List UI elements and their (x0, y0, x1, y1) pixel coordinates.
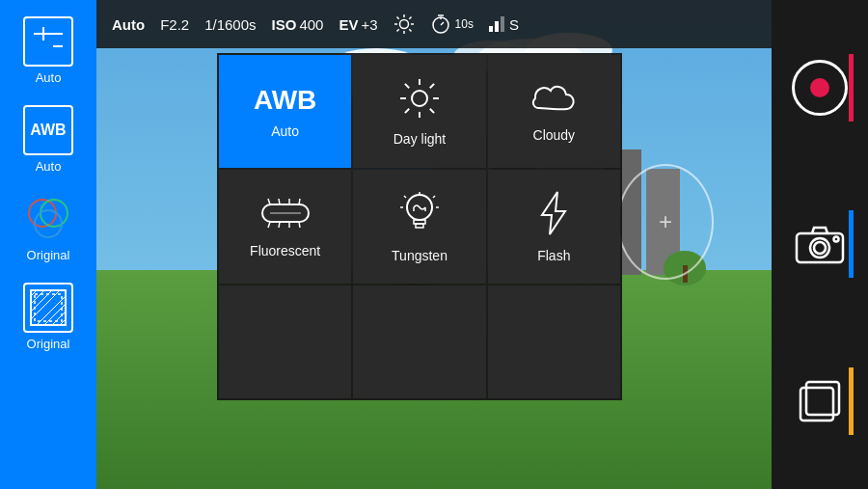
wb-fluorescent-icon (260, 195, 311, 235)
top-bar: Auto F2.2 1/1600s ISO 400 EV +3 (96, 0, 772, 48)
svg-point-62 (412, 91, 427, 106)
ev-value: +3 (361, 16, 377, 33)
gallery-button[interactable] (786, 367, 854, 435)
svg-line-69 (430, 84, 434, 88)
sidebar-item-original-filter-label: Original (27, 337, 70, 351)
capture-button[interactable] (786, 210, 854, 278)
ev-indicator: EV +3 (339, 16, 377, 33)
wb-cell-empty1 (219, 285, 351, 398)
wb-cloudy-label: Cloudy (533, 127, 576, 143)
wb-cell-daylight[interactable]: Day light (353, 55, 485, 168)
svg-rect-85 (416, 224, 423, 228)
camera-icon (795, 224, 845, 264)
wb-cell-empty3 (488, 285, 620, 398)
gallery-icon (795, 376, 845, 426)
focus-ring (617, 164, 714, 280)
svg-point-93 (814, 242, 826, 254)
svg-point-94 (834, 237, 839, 242)
sidebar-item-awb-label: Auto (36, 159, 62, 174)
svg-rect-53 (35, 294, 62, 321)
iso-value: 400 (299, 16, 323, 33)
quality-indicator: S (489, 16, 519, 33)
right-sidebar (772, 0, 868, 489)
sidebar-item-awb[interactable]: AWB Auto (6, 96, 91, 181)
mode-indicator: Auto (112, 16, 145, 33)
svg-rect-45 (501, 16, 504, 32)
sidebar-item-auto-label: Auto (36, 70, 62, 85)
sidebar-item-original-filter[interactable]: Original (6, 274, 91, 359)
wb-cell-cloudy[interactable]: Cloudy (488, 55, 620, 168)
ev-label: EV (339, 16, 358, 33)
svg-line-67 (405, 84, 409, 88)
sidebar-item-original-color[interactable]: Original (6, 185, 91, 270)
wb-daylight-label: Day light (393, 131, 446, 147)
wb-tungsten-label: Tungsten (392, 248, 448, 263)
svg-point-49 (29, 200, 56, 227)
svg-line-80 (299, 222, 300, 228)
svg-line-60 (52, 312, 66, 325)
svg-line-73 (268, 199, 270, 204)
shutter-value: 1/1600s (204, 16, 256, 33)
wb-grid: AWB Auto Day light Cloudy (217, 53, 622, 400)
svg-rect-44 (495, 21, 499, 32)
wb-fluorescent-label: Fluorescent (250, 243, 320, 258)
svg-line-74 (279, 199, 280, 204)
wb-cell-tungsten[interactable]: Tungsten (353, 170, 485, 283)
svg-rect-43 (489, 26, 493, 32)
svg-point-50 (41, 200, 68, 227)
record-dot (810, 78, 829, 97)
quality-value: S (509, 16, 519, 33)
wb-tungsten-icon (398, 190, 441, 240)
sidebar-item-original-color-label: Original (27, 248, 70, 262)
svg-line-39 (396, 29, 398, 31)
shutter-indicator: 1/1600s (204, 16, 256, 33)
sidebar-item-auto-exposure[interactable]: Auto (6, 8, 91, 93)
iso-label: ISO (272, 16, 297, 33)
svg-line-55 (31, 290, 44, 304)
wb-cell-empty2 (353, 285, 485, 398)
wb-flash-label: Flash (537, 248, 570, 263)
wb-flash-icon (534, 190, 573, 240)
svg-line-70 (405, 108, 409, 112)
wb-cell-flash[interactable]: Flash (488, 170, 620, 283)
svg-line-76 (299, 199, 300, 204)
sun-icon-topbar (393, 14, 415, 35)
wb-awb-icon: AWB (254, 85, 316, 116)
svg-line-38 (409, 17, 411, 19)
iso-indicator: ISO 400 (272, 16, 324, 33)
wb-auto-label: Auto (271, 123, 299, 139)
svg-line-36 (396, 17, 398, 19)
auto-exposure-icon (23, 16, 73, 67)
svg-line-88 (404, 196, 406, 198)
wb-daylight-icon (398, 77, 441, 123)
accent-red-bar (849, 54, 854, 122)
svg-line-87 (433, 196, 435, 198)
wb-cell-auto[interactable]: AWB Auto (219, 55, 351, 168)
svg-point-51 (35, 210, 62, 237)
svg-point-31 (399, 20, 408, 29)
record-circle (792, 60, 848, 116)
timer-value: 10s (455, 17, 474, 31)
aperture-indicator: F2.2 (160, 16, 189, 33)
svg-line-68 (430, 108, 434, 112)
aperture-value: F2.2 (160, 16, 189, 33)
left-sidebar: Auto AWB Auto Original (0, 0, 96, 489)
svg-line-37 (409, 29, 411, 31)
timer-icon: 10s (430, 14, 474, 35)
svg-line-78 (279, 222, 280, 228)
original-filter-icon (23, 283, 73, 333)
record-button[interactable] (786, 54, 854, 122)
svg-rect-52 (31, 290, 66, 325)
original-color-icon (23, 194, 73, 244)
mode-value: Auto (112, 16, 145, 33)
svg-line-77 (268, 222, 270, 228)
wb-cloudy-icon (529, 81, 578, 120)
svg-line-42 (441, 22, 444, 25)
awb-icon: AWB (23, 105, 73, 155)
wb-cell-fluorescent[interactable]: Fluorescent (219, 170, 351, 283)
